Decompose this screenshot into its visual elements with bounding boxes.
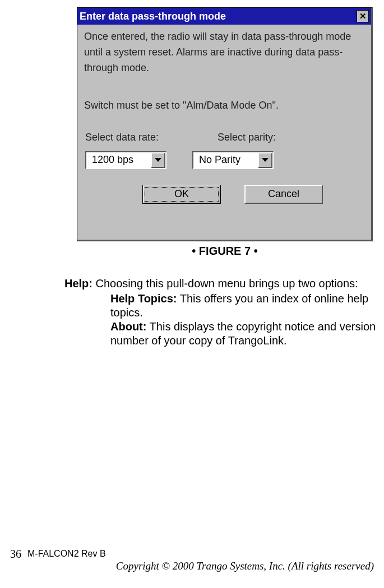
help-paragraph: Help: Choosing this pull-down menu bring… [64, 277, 378, 291]
help-topics-item: Help Topics: This offers you an index of… [110, 292, 378, 320]
dialog-window: Enter data pass-through mode ✕ Once ente… [77, 7, 373, 241]
document-body-text: Help: Choosing this pull-down menu bring… [64, 277, 378, 348]
parity-value: No Parity [193, 154, 258, 166]
window-title: Enter data pass-through mode [80, 11, 357, 22]
dialog-screenshot: Enter data pass-through mode ✕ Once ente… [77, 7, 373, 258]
ok-button[interactable]: OK [142, 185, 221, 204]
data-rate-combobox[interactable]: 1200 bps [85, 151, 166, 169]
select-labels-row: Select data rate: Select parity: [84, 132, 364, 143]
help-text: Choosing this pull-down menu brings up t… [92, 277, 358, 290]
cancel-button[interactable]: Cancel [244, 185, 323, 204]
select-row: 1200 bps No Parity [84, 151, 364, 169]
titlebar: Enter data pass-through mode ✕ [77, 8, 371, 25]
parity-label: Select parity: [218, 132, 276, 143]
chevron-down-icon [262, 158, 269, 162]
parity-combobox[interactable]: No Parity [192, 151, 274, 169]
data-rate-dropdown-button[interactable] [151, 152, 165, 168]
dialog-buttons-row: OK Cancel [84, 185, 364, 204]
figure-caption: • FIGURE 7 • [77, 245, 373, 258]
data-rate-value: 1200 bps [86, 154, 151, 166]
help-subitems: Help Topics: This offers you an index of… [64, 292, 378, 348]
help-topics-label: Help Topics: [110, 292, 177, 305]
instruction-text-1: Once entered, the radio will stay in dat… [84, 29, 364, 76]
dialog-body: Once entered, the radio will stay in dat… [77, 25, 371, 211]
help-label: Help: [64, 277, 92, 290]
page-number: 36 [10, 548, 21, 561]
about-item: About: This displays the copyright notic… [110, 320, 378, 348]
data-rate-label: Select data rate: [85, 132, 192, 143]
about-text: This displays the copyright notice and v… [110, 320, 376, 347]
parity-dropdown-button[interactable] [258, 152, 272, 168]
close-button[interactable]: ✕ [357, 10, 369, 22]
copyright-notice: Copyright © 2000 Trango Systems, Inc. (A… [116, 560, 374, 572]
close-icon: ✕ [359, 11, 367, 21]
instruction-text-2: Switch must be set to "Alm/Data Mode On"… [84, 100, 364, 111]
document-code: M-FALCON2 Rev B [27, 549, 106, 559]
chevron-down-icon [155, 158, 161, 162]
about-label: About: [110, 320, 146, 333]
